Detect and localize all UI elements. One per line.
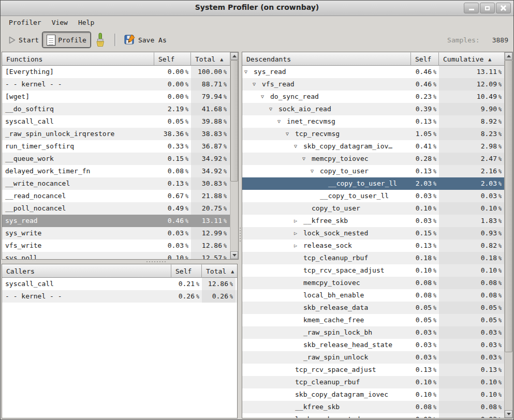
- samples-label: Samples:: [447, 36, 480, 44]
- functions-column-header[interactable]: Functions: [2, 52, 154, 66]
- expander-closed-icon[interactable]: ▷: [294, 215, 303, 227]
- tree-row[interactable]: skb_copy_datagram_iovec0.10%0.10%: [242, 388, 504, 401]
- maximize-button[interactable]: [480, 3, 495, 13]
- cumulative-column-header[interactable]: Cumulative▲: [439, 52, 504, 66]
- total-column-header[interactable]: Total▲: [191, 52, 230, 66]
- tree-row[interactable]: ▷release_sock0.13%0.82%: [242, 239, 504, 252]
- expander-open-icon[interactable]: ▽: [277, 115, 287, 128]
- tree-row[interactable]: ▽memcpy_toiovec0.28%2.47%: [242, 153, 504, 165]
- tree-row[interactable]: __kfree_skb0.08%0.08%: [242, 401, 504, 413]
- percent-unit: %: [433, 318, 436, 323]
- table-row[interactable]: syscall_call0.21%12.86%: [2, 278, 237, 290]
- expander-open-icon[interactable]: ▽: [286, 128, 295, 140]
- expander-open-icon[interactable]: ▽: [294, 140, 303, 153]
- tree-row[interactable]: tcp_rcv_space_adjust0.10%0.10%: [242, 264, 504, 277]
- tree-row[interactable]: skb_release_head_state0.03%0.03%: [242, 339, 504, 351]
- table-row[interactable]: __do_softirq2.19%41.68%: [2, 103, 230, 115]
- tree-row[interactable]: copy_to_user0.10%0.10%: [242, 202, 504, 215]
- tree-row[interactable]: __copy_to_user_ll2.03%2.03%: [242, 177, 504, 190]
- tree-row[interactable]: ▽sock_aio_read0.39%9.90%: [242, 103, 504, 115]
- percent-unit: %: [498, 256, 502, 261]
- percent-unit: %: [224, 82, 227, 87]
- tree-row[interactable]: ▷lock_sock_nested0.15%0.93%: [242, 227, 504, 239]
- descendants-scrollbar[interactable]: [504, 52, 512, 418]
- minimize-button[interactable]: [464, 3, 479, 13]
- menu-help[interactable]: Help: [73, 17, 99, 28]
- self-column-header[interactable]: Self: [171, 264, 202, 278]
- expander-open-icon[interactable]: ▽: [311, 165, 320, 177]
- table-row[interactable]: sys_read0.46%13.11%: [2, 215, 230, 227]
- table-row[interactable]: [wget]0.00%79.94%: [2, 91, 230, 103]
- expander-closed-icon[interactable]: ▷: [294, 227, 303, 239]
- scrollbar-thumb[interactable]: [230, 60, 238, 182]
- tree-row[interactable]: ▽copy_to_user0.13%2.16%: [242, 165, 504, 177]
- functions-scrollbar[interactable]: [230, 52, 238, 259]
- table-row[interactable]: - - kernel - -0.26%0.26%: [2, 290, 237, 303]
- table-row[interactable]: _raw_spin_unlock_irqrestore38.36%38.83%: [2, 128, 230, 140]
- table-row[interactable]: run_timer_softirq0.33%36.87%: [2, 140, 230, 153]
- reset-button[interactable]: [91, 32, 110, 48]
- tree-row[interactable]: kmem_cache_free0.05%0.05%: [242, 314, 504, 326]
- tree-row[interactable]: ▷__kfree_skb0.03%1.83%: [242, 215, 504, 227]
- table-row[interactable]: __read_nocancel0.67%21.88%: [2, 190, 230, 202]
- tree-row[interactable]: ▽vfs_read0.46%12.09%: [242, 78, 504, 91]
- tree-row[interactable]: ▽sys_read0.46%13.11%: [242, 66, 504, 78]
- self-column-header[interactable]: Self: [154, 52, 191, 66]
- self-column-header[interactable]: Self: [411, 52, 439, 66]
- expander-open-icon[interactable]: ▽: [302, 153, 312, 165]
- profile-toggle-button[interactable]: Profile: [42, 32, 91, 48]
- expander-closed-icon[interactable]: ▷: [294, 239, 303, 252]
- table-row[interactable]: sys_write0.03%12.99%: [2, 227, 230, 239]
- tree-row[interactable]: ▽inet_recvmsg0.13%8.92%: [242, 115, 504, 128]
- self-value-cell: 0.33%: [154, 140, 191, 153]
- maximize-icon: [485, 6, 490, 10]
- tree-row[interactable]: local_bh_enable0.08%0.08%: [242, 289, 504, 302]
- tree-row[interactable]: tcp_cleanup_rbuf0.10%0.10%: [242, 376, 504, 388]
- menu-profiler[interactable]: Profiler: [4, 17, 47, 28]
- tree-row[interactable]: tcp_rcv_space_adjust0.13%0.13%: [242, 364, 504, 376]
- self-value-cell: 0.00%: [154, 66, 191, 78]
- total-column-header[interactable]: Total▲: [202, 264, 237, 278]
- tree-row[interactable]: lock_sock_nested0.03%0.03%: [242, 413, 504, 418]
- table-row[interactable]: __queue_work0.15%34.92%: [2, 153, 230, 165]
- table-row[interactable]: __poll_nocancel0.49%20.75%: [2, 202, 230, 215]
- expander-open-icon[interactable]: ▽: [253, 78, 262, 91]
- close-button[interactable]: [496, 3, 511, 13]
- scroll-up-button[interactable]: [230, 52, 238, 60]
- tree-row[interactable]: memcpy_toiovec0.08%0.08%: [242, 277, 504, 289]
- horizontal-splitter[interactable]: [2, 260, 239, 264]
- start-button[interactable]: Start: [5, 32, 42, 48]
- tree-row[interactable]: __copy_to_user_ll0.03%0.03%: [242, 190, 504, 202]
- table-row[interactable]: syscall_call0.05%39.88%: [2, 115, 230, 128]
- self-value-cell: 0.10%: [411, 202, 439, 215]
- function-name-cell: ▷__kfree_skb: [242, 215, 411, 227]
- expander-open-icon[interactable]: ▽: [261, 91, 270, 103]
- table-row[interactable]: __write_nocancel0.13%30.83%: [2, 177, 230, 190]
- self-value-cell: 1.05%: [411, 128, 439, 140]
- table-row[interactable]: [Everything]0.00%100.00%: [2, 66, 230, 78]
- descendants-column-header[interactable]: Descendants: [242, 52, 411, 66]
- save-as-button[interactable]: Save As: [121, 32, 170, 48]
- expander-open-icon[interactable]: ▽: [269, 103, 278, 115]
- tree-row[interactable]: skb_release_data0.05%0.05%: [242, 302, 504, 314]
- tree-row[interactable]: _raw_spin_unlock0.03%0.03%: [242, 351, 504, 364]
- tree-row[interactable]: ▽skb_copy_datagram_iov…0.41%2.98%: [242, 140, 504, 153]
- tree-row[interactable]: _raw_spin_lock_bh0.03%0.03%: [242, 326, 504, 339]
- menu-view[interactable]: View: [47, 17, 73, 28]
- callers-column-header[interactable]: Callers: [2, 264, 171, 278]
- expander-open-icon[interactable]: ▽: [244, 66, 254, 78]
- scrollbar-thumb[interactable]: [505, 60, 512, 352]
- functions-panel: Functions Self Total▲ [Everything]0.00%1…: [2, 52, 239, 260]
- tree-row[interactable]: ▽do_sync_read0.23%10.49%: [242, 91, 504, 103]
- tree-row[interactable]: tcp_cleanup_rbuf0.18%0.18%: [242, 252, 504, 264]
- scroll-down-button[interactable]: [505, 410, 512, 418]
- cumulative-value-cell: 8.23%: [439, 128, 504, 140]
- scroll-up-button[interactable]: [505, 52, 512, 60]
- titlebar[interactable]: System Profiler (on crownbay): [1, 1, 513, 16]
- scroll-down-button[interactable]: [230, 251, 238, 259]
- table-row[interactable]: sys_poll0.10%12.57%: [2, 252, 230, 259]
- table-row[interactable]: delayed_work_timer_fn0.08%34.92%: [2, 165, 230, 177]
- tree-row[interactable]: ▽tcp_recvmsg1.05%8.23%: [242, 128, 504, 140]
- table-row[interactable]: - - kernel - -0.00%88.71%: [2, 78, 230, 91]
- table-row[interactable]: vfs_write0.03%12.86%: [2, 239, 230, 252]
